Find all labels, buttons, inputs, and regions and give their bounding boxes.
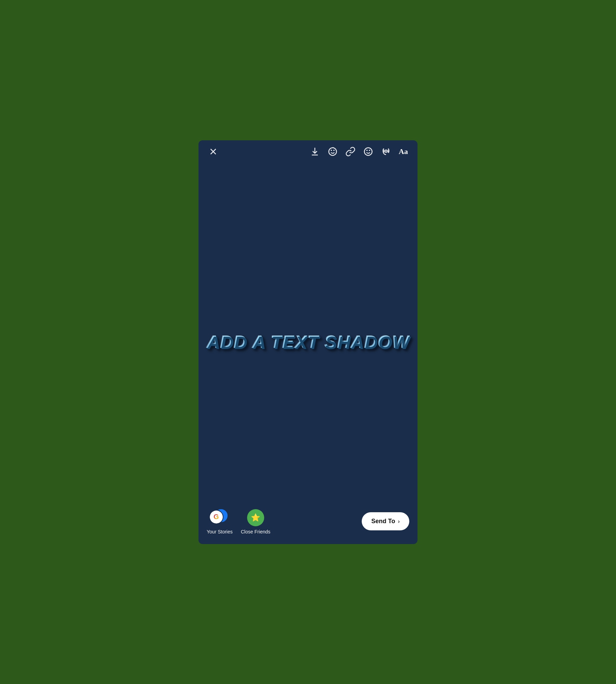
face-effect-button[interactable] <box>363 146 373 157</box>
story-destinations: f G Your Stories ⭐ Close Friends <box>207 508 270 534</box>
close-icon <box>208 146 218 157</box>
send-to-label: Send To <box>371 518 395 525</box>
pen-button[interactable] <box>381 146 391 157</box>
story-content: ADD A TEXT SHADOW <box>198 140 418 544</box>
google-g-letter: G <box>214 513 219 521</box>
google-icon: G <box>210 511 223 524</box>
close-friends-label: Close Friends <box>241 529 270 534</box>
sticker-icon <box>328 146 338 157</box>
chevron-right-icon: › <box>398 518 400 525</box>
svg-point-8 <box>385 150 387 153</box>
story-main-text: ADD A TEXT SHADOW <box>206 332 409 352</box>
sticker-button[interactable] <box>328 146 338 157</box>
top-toolbar: Aa <box>198 140 418 163</box>
send-to-button[interactable]: Send To › <box>362 512 409 530</box>
text-style-label: Aa <box>399 147 408 156</box>
phone-container: Aa ADD A TEXT SHADOW f G <box>198 140 418 544</box>
your-stories-label: Your Stories <box>207 529 233 534</box>
face-effect-icon <box>363 146 373 157</box>
download-icon <box>310 146 320 157</box>
close-friends-icon: ⭐ <box>247 509 264 526</box>
text-style-button[interactable]: Aa <box>399 147 408 156</box>
star-icon: ⭐ <box>251 513 260 522</box>
svg-point-2 <box>329 147 337 155</box>
link-icon <box>345 146 356 157</box>
close-friends-item[interactable]: ⭐ Close Friends <box>241 509 270 534</box>
close-button[interactable] <box>208 146 218 157</box>
your-stories-icons: f G <box>209 508 230 526</box>
link-button[interactable] <box>345 146 356 157</box>
pen-icon <box>381 146 391 157</box>
svg-point-5 <box>364 147 372 155</box>
bottom-bar: f G Your Stories ⭐ Close Friends <box>198 502 418 544</box>
google-icon-circle: G <box>209 510 223 524</box>
your-stories-item[interactable]: f G Your Stories <box>207 508 233 534</box>
download-button[interactable] <box>310 146 320 157</box>
